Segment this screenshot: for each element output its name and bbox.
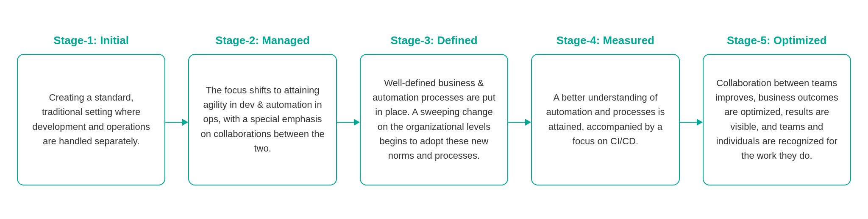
- stage-3-card: Well-defined business & automation proce…: [360, 54, 508, 185]
- stage-3-wrapper: Stage-3: Defined Well-defined business &…: [360, 34, 508, 185]
- stage-2-wrapper: Stage-2: Managed The focus shifts to att…: [188, 34, 337, 185]
- stage-5-wrapper: Stage-5: Optimized Collaboration between…: [703, 34, 851, 185]
- connector-line-4: [680, 122, 697, 123]
- connector-2: [337, 119, 360, 126]
- stage-1-wrapper: Stage-1: Initial Creating a standard, tr…: [17, 34, 165, 185]
- stage-4-wrapper: Stage-4: Measured A better understanding…: [531, 34, 679, 185]
- stage-5-content: Collaboration between teams improves, bu…: [714, 76, 840, 163]
- stage-1-title: Stage-1: Initial: [53, 34, 129, 47]
- connector-4: [680, 119, 703, 126]
- stage-2-title: Stage-2: Managed: [215, 34, 310, 47]
- stage-1-content: Creating a standard, traditional setting…: [28, 90, 154, 148]
- stage-5-card: Collaboration between teams improves, bu…: [703, 54, 851, 185]
- connector-arrow-1: [182, 119, 188, 126]
- stage-4-content: A better understanding of automation and…: [542, 90, 668, 148]
- stage-1-card: Creating a standard, traditional setting…: [17, 54, 165, 185]
- stage-4-title: Stage-4: Measured: [556, 34, 654, 47]
- stage-2-card: The focus shifts to attaining agility in…: [188, 54, 337, 185]
- connector-line-3: [508, 122, 525, 123]
- stages-container: Stage-1: Initial Creating a standard, tr…: [0, 25, 868, 194]
- connector-3: [508, 119, 531, 126]
- stage-3-title: Stage-3: Defined: [390, 34, 477, 47]
- stage-5-title: Stage-5: Optimized: [727, 34, 826, 47]
- connector-arrow-3: [525, 119, 531, 126]
- stage-2-content: The focus shifts to attaining agility in…: [199, 83, 326, 155]
- connector-line-1: [165, 122, 182, 123]
- connector-line-2: [337, 122, 354, 123]
- connector-1: [165, 119, 188, 126]
- stage-3-content: Well-defined business & automation proce…: [371, 76, 497, 163]
- stage-4-card: A better understanding of automation and…: [531, 54, 679, 185]
- connector-arrow-4: [697, 119, 703, 126]
- connector-arrow-2: [354, 119, 360, 126]
